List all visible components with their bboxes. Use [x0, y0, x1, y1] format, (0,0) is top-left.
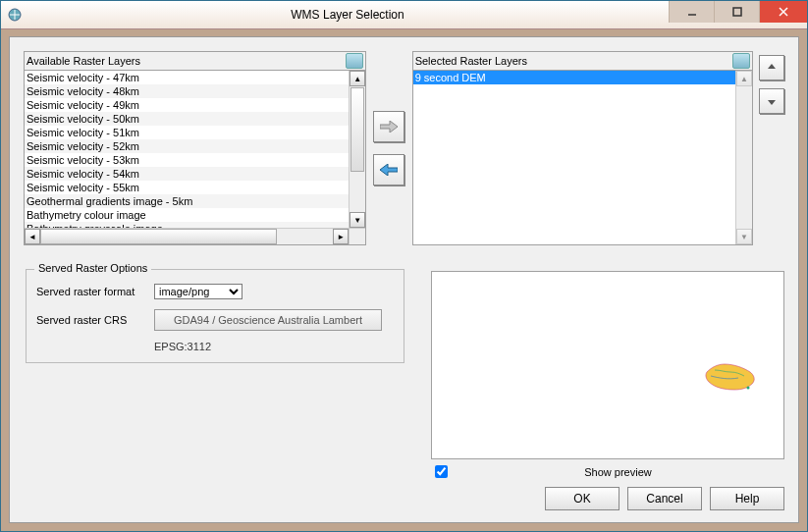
- list-item[interactable]: Seismic velocity - 50km: [25, 112, 349, 126]
- layers-icon[interactable]: [346, 53, 363, 69]
- available-header: Available Raster Layers: [25, 52, 365, 71]
- list-item[interactable]: Geothermal gradients image - 5km: [25, 194, 349, 208]
- move-down-button[interactable]: [759, 88, 784, 114]
- title-bar[interactable]: WMS Layer Selection: [1, 1, 807, 29]
- list-item[interactable]: Seismic velocity - 51km: [25, 126, 349, 139]
- preview-image: [703, 358, 758, 394]
- list-item[interactable]: Seismic velocity - 52km: [25, 139, 349, 153]
- reorder-buttons: [759, 51, 784, 245]
- show-preview-label: Show preview: [452, 466, 784, 478]
- transfer-buttons: [366, 51, 411, 245]
- list-item[interactable]: Bathymetry colour image: [25, 208, 349, 222]
- layer-columns: Available Raster Layers Seismic velocity…: [24, 51, 784, 245]
- ok-button[interactable]: OK: [545, 487, 619, 510]
- maximize-button[interactable]: [714, 1, 759, 23]
- app-icon: [7, 7, 23, 23]
- list-item[interactable]: Seismic velocity - 54km: [25, 167, 349, 181]
- available-scrollbar[interactable]: ▲ ▼: [349, 71, 365, 228]
- scroll-right-icon[interactable]: ►: [333, 229, 349, 244]
- list-item[interactable]: Seismic velocity - 48km: [25, 84, 349, 98]
- preview-pane: [431, 271, 784, 459]
- list-item[interactable]: 9 second DEM: [413, 71, 735, 84]
- scroll-up-icon: ▲: [736, 71, 752, 86]
- dialog-buttons: OK Cancel Help: [537, 487, 784, 510]
- dialog-window: WMS Layer Selection Available Raster Lay…: [0, 0, 808, 532]
- format-label: Served raster format: [36, 286, 154, 297]
- list-item[interactable]: Seismic velocity - 53km: [25, 153, 349, 167]
- move-up-button[interactable]: [759, 55, 784, 80]
- svg-point-5: [747, 387, 750, 390]
- epsg-code: EPSG:3112: [154, 341, 394, 352]
- available-panel: Available Raster Layers Seismic velocity…: [24, 51, 366, 245]
- scroll-thumb[interactable]: [350, 87, 364, 172]
- layers-icon[interactable]: [732, 53, 750, 69]
- crs-button[interactable]: GDA94 / Geoscience Australia Lambert: [154, 309, 382, 331]
- selected-scrollbar[interactable]: ▲ ▼: [735, 71, 752, 244]
- hscroll-thumb[interactable]: [40, 229, 277, 244]
- minimize-button[interactable]: [669, 1, 714, 23]
- cancel-button[interactable]: Cancel: [627, 487, 702, 510]
- selected-panel: Selected Raster Layers 9 second DEM ▲ ▼: [412, 51, 753, 245]
- available-hscroll[interactable]: ◄ ►: [25, 228, 365, 244]
- crs-label: Served raster CRS: [36, 314, 154, 326]
- scroll-up-icon[interactable]: ▲: [350, 71, 365, 86]
- selected-list[interactable]: 9 second DEM: [413, 71, 735, 244]
- selected-header-label: Selected Raster Layers: [415, 55, 732, 67]
- show-preview-checkbox[interactable]: [435, 465, 448, 478]
- available-header-label: Available Raster Layers: [27, 55, 346, 67]
- remove-layer-button[interactable]: [373, 154, 404, 186]
- selected-header: Selected Raster Layers: [413, 52, 752, 71]
- scroll-down-icon: ▼: [736, 229, 752, 244]
- help-button[interactable]: Help: [710, 487, 784, 510]
- available-list[interactable]: Seismic velocity - 47kmSeismic velocity …: [25, 71, 349, 228]
- scroll-down-icon[interactable]: ▼: [350, 212, 365, 228]
- close-button[interactable]: [759, 1, 807, 23]
- dialog-body: Available Raster Layers Seismic velocity…: [9, 36, 799, 523]
- window-title: WMS Layer Selection: [27, 8, 669, 22]
- list-item[interactable]: Seismic velocity - 55km: [25, 181, 349, 194]
- show-preview-row: Show preview: [433, 465, 784, 478]
- svg-rect-2: [733, 8, 741, 16]
- served-raster-options: Served Raster Options Served raster form…: [26, 269, 404, 363]
- list-item[interactable]: Seismic velocity - 49km: [25, 98, 349, 112]
- scroll-left-icon[interactable]: ◄: [25, 229, 40, 244]
- add-layer-button[interactable]: [373, 111, 404, 142]
- options-legend: Served Raster Options: [34, 262, 151, 274]
- list-item[interactable]: Seismic velocity - 47km: [25, 71, 349, 84]
- window-buttons: [669, 1, 807, 28]
- format-select[interactable]: image/png: [154, 284, 242, 299]
